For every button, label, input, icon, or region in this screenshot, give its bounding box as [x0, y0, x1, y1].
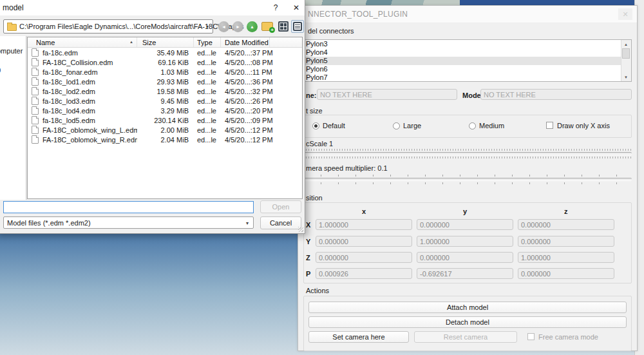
file-row[interactable]: FA-18C_oblomok_wing_L.edm 2.00 MiB ed...… — [28, 125, 302, 135]
column-header-size[interactable]: Size — [137, 37, 194, 47]
position-value-x[interactable] — [316, 252, 412, 263]
connector-list-item[interactable]: Pylon6 — [304, 65, 631, 73]
places-sidebar[interactable]: omputer 0 — [0, 36, 26, 200]
model-field[interactable] — [480, 89, 632, 100]
file-date: 4/5/20...:26 PM — [221, 97, 279, 105]
radio-medium-label: Medium — [479, 122, 504, 130]
panel-title: NNECTOR_TOOL_PLUGIN — [308, 10, 408, 19]
file-size: 19.58 MiB — [137, 88, 194, 95]
position-groupbox: x y z X Y Z — [303, 202, 632, 283]
connector-list-scrollbar[interactable]: ▲ ▼ — [621, 40, 631, 81]
slider-groove[interactable] — [303, 152, 632, 155]
file-type: ed...le — [194, 117, 221, 124]
file-row[interactable]: fa-18c_fonar.edm 1.03 MiB ed...le 4/5/20… — [28, 67, 302, 77]
position-value-y[interactable] — [417, 268, 513, 279]
file-date: 4/5/20...:32 PM — [221, 88, 279, 95]
position-value-z[interactable] — [518, 219, 614, 230]
position-group-label: sition — [306, 194, 323, 202]
file-date: 4/5/20...:36 PM — [221, 78, 279, 86]
file-row[interactable]: fa-18c_lod2.edm 19.58 MiB ed...le 4/5/20… — [28, 86, 302, 96]
scroll-down-icon[interactable]: ▼ — [621, 73, 630, 81]
file-list[interactable]: Name ▲ Size Type Date Modified fa-18c.ed… — [27, 37, 303, 199]
file-row[interactable]: fa-18c_lod3.edm 9.45 MiB ed...le 4/5/20.… — [28, 96, 302, 106]
position-value-x[interactable] — [316, 268, 412, 279]
file-type: ed...le — [194, 136, 221, 144]
camera-speed-label: mera speed multiplier: 0.1 — [306, 164, 388, 172]
position-value-y[interactable] — [417, 219, 513, 230]
radio-large[interactable] — [393, 122, 400, 130]
chevron-down-icon: ▾ — [206, 24, 209, 30]
file-name-input[interactable] — [3, 201, 254, 213]
position-value-x[interactable] — [316, 219, 412, 230]
sort-ascending-icon: ▲ — [129, 40, 133, 44]
radio-medium[interactable] — [469, 122, 476, 130]
new-folder-button[interactable] — [261, 22, 273, 31]
column-header-name[interactable]: Name ▲ — [28, 37, 137, 47]
scroll-up-icon[interactable]: ▲ — [621, 40, 630, 48]
cancel-button[interactable]: Cancel — [260, 216, 301, 229]
connector-list-item[interactable]: Pylon3 — [304, 40, 631, 48]
position-value-z[interactable] — [518, 268, 614, 279]
dialog-titlebar[interactable]: model ? ✕ — [0, 0, 305, 15]
position-value-x[interactable] — [316, 236, 412, 247]
resize-grip[interactable] — [298, 227, 303, 232]
file-row[interactable]: FA-18C_Collision.edm 69.16 KiB ed...le 4… — [28, 57, 302, 67]
model-connectors-label: del connectors — [308, 27, 354, 35]
file-type-combobox[interactable]: Model files (*.edm *.edm2) ▾ — [3, 216, 254, 229]
file-size: 29.93 MiB — [137, 78, 194, 86]
scrollbar-thumb[interactable] — [622, 48, 630, 59]
connector-name-field[interactable] — [317, 89, 457, 100]
radio-default[interactable] — [312, 122, 319, 130]
position-value-z[interactable] — [518, 236, 614, 247]
position-col-y: y — [463, 207, 467, 215]
camera-speed-slider[interactable] — [303, 175, 632, 184]
file-icon — [32, 97, 39, 105]
slider-ticks-top — [303, 149, 632, 151]
icon-view-button[interactable] — [278, 21, 289, 32]
dialog-close-button[interactable]: ✕ — [290, 2, 303, 14]
file-row[interactable]: fa-18c_lod1.edm 29.93 MiB ed...le 4/5/20… — [28, 77, 302, 86]
file-name: fa-18c_fonar.edm — [43, 68, 98, 76]
connector-list-item[interactable]: Pylon7 — [304, 73, 631, 82]
position-value-z[interactable] — [518, 252, 614, 263]
radio-large-label: Large — [403, 122, 421, 130]
position-value-y[interactable] — [417, 252, 513, 263]
path-combobox[interactable]: C:\Program Files\Eagle Dynamics\...\Core… — [3, 19, 213, 34]
file-list-header[interactable]: Name ▲ Size Type Date Modified — [28, 37, 302, 48]
help-button[interactable]: ? — [269, 2, 282, 14]
column-header-date[interactable]: Date Modified — [221, 37, 270, 47]
file-date: 4/5/20...:11 PM — [221, 68, 279, 76]
file-row[interactable]: fa-18c.edm 35.49 MiB ed...le 4/5/20...:3… — [28, 48, 302, 57]
draw-only-x-axis-label: Draw only X axis — [557, 122, 610, 130]
connector-list[interactable]: Pylon3 Pylon4 Pylon5 Pylon6 Pylon7 ▲ ▼ — [303, 39, 632, 82]
file-name: fa-18c.edm — [43, 49, 78, 57]
file-type: ed...le — [194, 49, 221, 57]
position-value-y[interactable] — [417, 236, 513, 247]
file-icon — [32, 58, 39, 66]
slider-groove[interactable] — [303, 178, 632, 181]
connector-list-item[interactable]: Pylon5 — [304, 57, 631, 65]
attach-model-button[interactable]: Attach model — [308, 302, 627, 313]
free-camera-mode-checkbox[interactable] — [527, 333, 535, 340]
column-header-size-label: Size — [142, 39, 156, 46]
file-type: ed...le — [194, 88, 221, 95]
set-camera-here-button[interactable]: Set camera here — [308, 331, 409, 343]
forward-button[interactable]: ► — [232, 21, 243, 32]
column-header-type[interactable]: Type — [194, 37, 221, 47]
connector-list-item[interactable]: Pylon4 — [304, 48, 631, 57]
up-directory-button[interactable]: ▲ — [247, 21, 258, 32]
panel-close-button[interactable]: ✕ — [618, 8, 632, 20]
sidebar-item-computer[interactable]: omputer — [0, 47, 23, 55]
file-row[interactable]: FA-18C_oblomok_wing_R.edm 2.04 MiB ed...… — [28, 135, 302, 144]
panel-titlebar[interactable]: NNECTOR_TOOL_PLUGIN ✕ — [298, 6, 637, 23]
detach-model-button[interactable]: Detach model — [308, 316, 627, 328]
file-row[interactable]: fa-18c_lod5.edm 230.14 KiB ed...le 4/5/2… — [28, 115, 302, 125]
detail-view-button[interactable] — [291, 20, 304, 33]
file-row[interactable]: fa-18c_lod4.edm 3.29 MiB ed...le 4/5/20.… — [28, 106, 302, 115]
reset-camera-button[interactable]: Reset camera — [414, 331, 517, 343]
back-button[interactable]: ◄ — [218, 21, 229, 32]
open-button[interactable]: Open — [260, 200, 301, 213]
draw-only-x-axis-checkbox[interactable] — [546, 122, 553, 129]
axis-scale-slider[interactable] — [303, 149, 632, 158]
sidebar-item-drive[interactable]: 0 — [0, 66, 1, 74]
